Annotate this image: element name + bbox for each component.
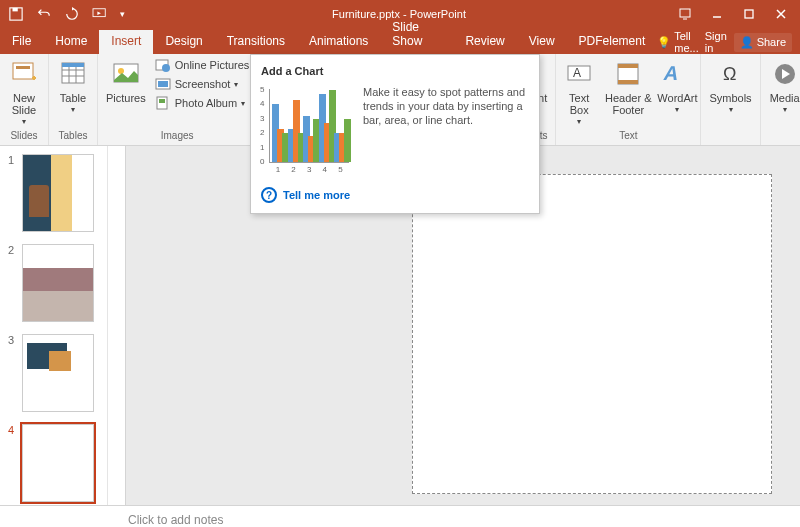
wordart-button[interactable]: AWordArt▾ [658, 56, 696, 118]
group-text-label: Text [560, 130, 696, 143]
slide-thumbnail[interactable] [22, 334, 94, 412]
symbols-icon: Ω [715, 58, 747, 90]
slide-thumbnail[interactable] [22, 244, 94, 322]
group-slides-label: Slides [4, 130, 44, 143]
share-button[interactable]: 👤Share [734, 33, 792, 52]
svg-point-15 [118, 68, 124, 74]
svg-text:Ω: Ω [723, 64, 736, 84]
online-pictures-button[interactable]: Online Pictures [152, 56, 253, 74]
media-icon [769, 58, 800, 90]
svg-rect-7 [16, 66, 30, 69]
slide-thumbnail[interactable] [22, 424, 94, 502]
group-tables-label: Tables [53, 130, 93, 143]
new-slide-button[interactable]: New Slide▾ [4, 56, 44, 130]
svg-rect-5 [745, 10, 753, 18]
photo-album-icon [155, 95, 171, 111]
tab-review[interactable]: Review [453, 30, 516, 54]
textbox-icon: A [563, 58, 595, 90]
tell-me-more-link[interactable]: ? Tell me more [261, 187, 529, 203]
tell-me-search[interactable]: 💡Tell me... [657, 30, 699, 54]
start-slideshow-button[interactable] [88, 2, 112, 26]
redo-button[interactable] [60, 2, 84, 26]
screenshot-icon [155, 76, 171, 92]
pictures-button[interactable]: Pictures [102, 56, 150, 106]
thumb-number: 2 [8, 244, 18, 256]
svg-rect-13 [62, 63, 84, 67]
tab-file[interactable]: File [0, 30, 43, 54]
screenshot-button[interactable]: Screenshot ▾ [152, 75, 253, 93]
tab-pdfelement[interactable]: PDFelement [567, 30, 658, 54]
qat-customize[interactable]: ▾ [116, 2, 128, 26]
textbox-button[interactable]: AText Box▾ [560, 56, 598, 130]
slide-thumbnail[interactable] [22, 154, 94, 232]
table-button[interactable]: Table▾ [53, 56, 93, 118]
tooltip-desc: Make it easy to spot patterns and trends… [363, 85, 529, 177]
vertical-ruler [108, 146, 126, 505]
save-icon[interactable] [4, 2, 28, 26]
tab-slideshow[interactable]: Slide Show [380, 16, 453, 54]
wordart-icon: A [661, 58, 693, 90]
svg-rect-19 [158, 81, 168, 87]
symbols-button[interactable]: ΩSymbols▾ [705, 56, 755, 118]
maximize-button[interactable] [734, 2, 764, 26]
notes-pane[interactable]: Click to add notes [0, 505, 800, 527]
tab-insert[interactable]: Insert [99, 30, 153, 54]
svg-text:A: A [573, 66, 581, 80]
online-pictures-icon [155, 57, 171, 73]
tab-design[interactable]: Design [153, 30, 214, 54]
svg-text:A: A [663, 62, 681, 84]
thumb-number: 3 [8, 334, 18, 346]
tab-animations[interactable]: Animations [297, 30, 380, 54]
minimize-button[interactable] [702, 2, 732, 26]
undo-button[interactable] [32, 2, 56, 26]
person-icon: 👤 [740, 36, 754, 49]
pictures-icon [110, 58, 142, 90]
svg-rect-40 [618, 80, 638, 84]
thumb-number: 4 [8, 424, 18, 436]
close-button[interactable] [766, 2, 796, 26]
table-icon [57, 58, 89, 90]
svg-rect-21 [159, 99, 165, 103]
svg-rect-3 [680, 9, 690, 17]
svg-point-17 [162, 64, 170, 72]
svg-rect-39 [618, 64, 638, 68]
tab-view[interactable]: View [517, 30, 567, 54]
svg-rect-1 [13, 8, 18, 12]
tab-transitions[interactable]: Transitions [215, 30, 297, 54]
header-footer-icon [612, 58, 644, 90]
tab-home[interactable]: Home [43, 30, 99, 54]
photo-album-button[interactable]: Photo Album ▾ [152, 94, 253, 112]
svg-rect-6 [13, 63, 33, 79]
chart-preview: 01234512345 [261, 85, 353, 177]
header-footer-button[interactable]: Header & Footer [600, 56, 656, 118]
content-placeholder[interactable] [412, 174, 772, 494]
lightbulb-icon: 💡 [657, 36, 671, 49]
chart-tooltip: Add a Chart 01234512345 Make it easy to … [250, 54, 540, 214]
help-icon: ? [261, 187, 277, 203]
ribbon-options-button[interactable] [670, 2, 700, 26]
sign-in-link[interactable]: Sign in [705, 30, 728, 54]
slide-thumbnails-panel[interactable]: 1 2 3 4 [0, 146, 108, 505]
new-slide-icon [8, 58, 40, 90]
media-button[interactable]: Media▾ [765, 56, 800, 118]
thumb-number: 1 [8, 154, 18, 166]
tooltip-title: Add a Chart [261, 65, 529, 77]
group-images-label: Images [102, 130, 252, 143]
